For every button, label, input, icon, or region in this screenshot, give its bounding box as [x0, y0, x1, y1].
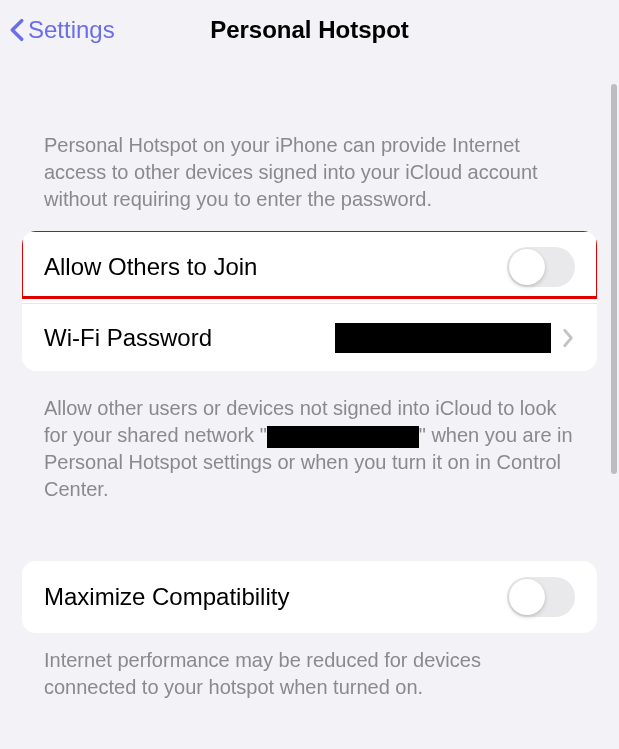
row-value-container — [335, 323, 575, 353]
row-maximize-compatibility[interactable]: Maximize Compatibility — [22, 561, 597, 633]
section-footer-text: Allow other users or devices not signed … — [0, 395, 619, 503]
scrollbar[interactable] — [611, 84, 617, 474]
back-button[interactable]: Settings — [8, 16, 115, 44]
section-footer-text: Internet performance may be reduced for … — [0, 647, 619, 701]
section-header-text: Personal Hotspot on your iPhone can prov… — [0, 132, 619, 213]
toggle-knob — [509, 579, 545, 615]
chevron-right-icon — [561, 326, 575, 350]
network-name-redacted — [267, 426, 419, 448]
toggle-knob — [509, 249, 545, 285]
settings-group-sharing: Allow Others to Join Wi-Fi Password — [22, 231, 597, 371]
back-label: Settings — [28, 16, 115, 44]
chevron-left-icon — [8, 16, 26, 44]
navigation-bar: Settings Personal Hotspot — [0, 0, 619, 60]
row-label: Allow Others to Join — [44, 253, 257, 281]
toggle-maximize-compatibility[interactable] — [507, 577, 575, 617]
row-label: Wi-Fi Password — [44, 324, 212, 352]
settings-group-compatibility: Maximize Compatibility — [22, 561, 597, 633]
toggle-allow-others[interactable] — [507, 247, 575, 287]
row-wifi-password[interactable]: Wi-Fi Password — [22, 303, 597, 371]
row-allow-others-to-join[interactable]: Allow Others to Join — [22, 231, 597, 303]
wifi-password-value-redacted — [335, 323, 551, 353]
row-label: Maximize Compatibility — [44, 583, 289, 611]
